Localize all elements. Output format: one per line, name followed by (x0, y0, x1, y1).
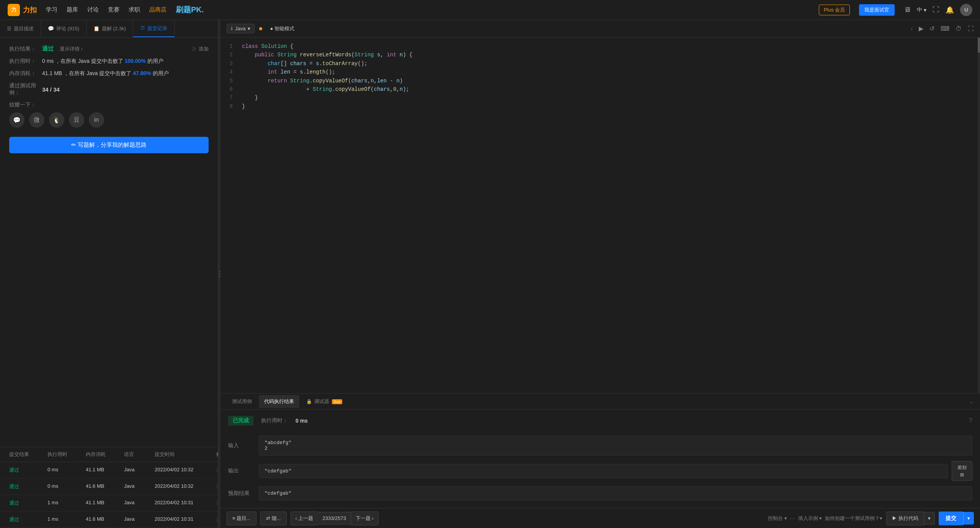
chevron-down-icon: ▾ (248, 26, 250, 31)
terminal-icon[interactable]: ⌨ (941, 25, 949, 32)
bottom-panel: 测试用例 代码执行结果 🔒 调试器 true ⌄ 已完成 执行用时： 0 ms … (220, 393, 980, 508)
logo[interactable]: 力 力扣 (8, 4, 37, 16)
nav-shop[interactable]: 品商店 (149, 6, 167, 13)
share-qq[interactable]: 🐧 (49, 112, 64, 128)
console-button[interactable]: 控制台 ▾ (768, 515, 787, 522)
input-label: 输入 (228, 437, 259, 454)
expand-icon[interactable]: ⛶ (933, 6, 939, 14)
status-row: 已完成 执行用时： 0 ms ? (228, 416, 972, 426)
write-solution-button[interactable]: ✏ 写题解，分享我的解题思路 (9, 137, 209, 153)
screen-icon[interactable]: 🖥 (904, 6, 911, 14)
info-toolbar-icon[interactable]: 𝑖 (911, 25, 913, 32)
code-area[interactable]: 12345678 class Solution { public String … (220, 38, 980, 393)
nav-discuss[interactable]: 讨论 (87, 6, 99, 13)
scrollbar[interactable] (978, 38, 980, 393)
row-date-1: 2022/04/02 10:32 (155, 483, 216, 490)
code-content[interactable]: class Solution { public String reverseLe… (236, 38, 980, 393)
bell-icon[interactable]: 🔔 (946, 6, 954, 14)
nav-jobs[interactable]: 求职 (129, 6, 140, 13)
diff-button[interactable]: 差别 ⊞ (952, 461, 972, 481)
table-row[interactable]: 通过 0 ms 41.6 MB Java 2022/04/02 10:32 ▷ … (0, 479, 218, 495)
submission-table-body: 通过 0 ms 41.1 MB Java 2022/04/02 10:32 ▷ … (0, 462, 218, 528)
tab-test-case[interactable]: 测试用例 (227, 395, 257, 408)
language-selector[interactable]: ℹ Java ▾ (227, 24, 255, 33)
share-icons: 💬 微 🐧 豆 in (9, 112, 209, 128)
next-button[interactable]: 下一题 › (351, 512, 379, 525)
nav-pk[interactable]: 刷题PK. (176, 5, 204, 15)
drag-dot (219, 276, 220, 277)
nav-group: ‹ 上一题 2333/2573 下一题 › (291, 512, 379, 525)
reset-icon[interactable]: ↺ (929, 25, 934, 32)
show-details-btn[interactable]: 显示详情 › (60, 46, 83, 52)
nav-learn[interactable]: 学习 (46, 6, 57, 13)
clock-icon[interactable]: ⏱ (956, 25, 962, 32)
random-button[interactable]: ⇄ 随... (260, 512, 286, 525)
fill-example-button[interactable]: 填入示例 ▾ (798, 515, 822, 522)
console-area: 控制台 ▾ — 填入示例 ▾ 如何创建一个测试用例？▾ (768, 515, 883, 522)
fullscreen-icon[interactable]: ⛶ (968, 25, 974, 32)
tab-submissions[interactable]: ⏱ 提交记录 (133, 20, 175, 37)
run-code-button[interactable]: ▶ 执行代码 (886, 512, 924, 525)
tab-solutions[interactable]: 📋 题解 (2.3k) (87, 20, 133, 37)
interview-button[interactable]: 我是面试官 (859, 4, 895, 16)
share-weibo[interactable]: 微 (29, 112, 44, 128)
top-nav: 力 力扣 学习 题库 讨论 竞赛 求职 品商店 刷题PK. Plus 会员 我是… (0, 0, 980, 20)
result-row: 执行结果： 通过 显示详情 › ▷ 添加 (9, 45, 209, 52)
plus-button[interactable]: Plus 会员 (819, 5, 850, 15)
comments-label: 评论 (915) (56, 25, 79, 32)
user-avatar[interactable]: U (960, 4, 972, 16)
row-time-1: 0 ms (47, 483, 86, 490)
run-code-arrow[interactable]: ▾ (924, 512, 935, 525)
beta-badge: true (332, 399, 342, 404)
nav-problems[interactable]: 题库 (67, 6, 78, 13)
how-to-button[interactable]: 如何创建一个测试用例？▾ (825, 515, 882, 522)
row-time-2: 1 ms (47, 500, 86, 507)
test-cases-label: 通过测试用例： (9, 82, 36, 96)
left-panel: ☰ 题目描述 💬 评论 (915) 📋 题解 (2.3k) ⏱ 提交记录 执行结… (0, 20, 218, 528)
scrollbar-thumb[interactable] (978, 38, 980, 53)
share-wechat[interactable]: 💬 (9, 112, 24, 128)
share-linkedin[interactable]: in (89, 112, 104, 128)
col-result: 提交结果 (9, 451, 47, 458)
nav-contest[interactable]: 竞赛 (108, 6, 119, 13)
submit-button[interactable]: 提交 (939, 512, 963, 525)
row-lang-2: Java (124, 500, 155, 507)
expected-label: 预期结果 (228, 485, 259, 502)
test-cases-row: 通过测试用例： 34 / 34 (9, 82, 209, 96)
tab-comments[interactable]: 💬 评论 (915) (41, 20, 87, 37)
drag-dot (219, 274, 220, 275)
info-icon: ℹ (231, 26, 233, 31)
lang-selector[interactable]: 中 ▾ (917, 7, 926, 13)
share-douban[interactable]: 豆 (69, 112, 84, 128)
table-row[interactable]: 通过 0 ms 41.1 MB Java 2022/04/02 10:32 ▷ … (0, 462, 218, 479)
add-note-btn[interactable]: ▷ 添加 (192, 46, 209, 52)
row-note-1[interactable]: ▷ 添 (216, 483, 218, 490)
row-date-0: 2022/04/02 10:32 (155, 467, 216, 474)
output-row: 输出 "cdefgab" 差别 ⊞ (228, 461, 972, 481)
tab-exec-result[interactable]: 代码执行结果 (259, 395, 299, 408)
output-value: "cdefgab" (259, 464, 948, 478)
row-note-0[interactable]: ▷ 添 (216, 467, 218, 474)
row-note-2[interactable]: ▷ 添 (216, 500, 218, 507)
menu-button[interactable]: ≡ 题目... (227, 512, 256, 525)
submit-arrow-button[interactable]: ▾ (963, 512, 974, 525)
results-content: 已完成 执行用时： 0 ms ? 输入 "abcdefg" 2 输出 "cdef… (220, 410, 980, 508)
prev-button[interactable]: ‹ 上一题 (291, 512, 318, 525)
collapse-icon[interactable]: ⌄ (969, 398, 974, 405)
solutions-label: 题解 (2.3k) (102, 25, 126, 32)
row-note-3[interactable]: ▷ 添 (216, 516, 218, 523)
table-row[interactable]: 通过 1 ms 41.1 MB Java 2022/04/02 10:31 ▷ … (0, 495, 218, 512)
code-editor-header: ℹ Java ▾ ● 智能模式 𝑖 ▶ ↺ ⌨ ⏱ ⛶ (220, 20, 980, 38)
exec-time-value: 0 ms (296, 418, 308, 424)
run-icon[interactable]: ▶ (919, 25, 923, 32)
row-date-3: 2022/04/02 10:31 (155, 516, 216, 523)
table-row[interactable]: 通过 1 ms 41.6 MB Java 2022/04/02 10:31 ▷ … (0, 512, 218, 528)
row-result-1: 通过 (9, 483, 47, 490)
logo-icon: 力 (8, 4, 20, 16)
test-cases-value: 34 / 34 (42, 86, 60, 93)
tab-debugger[interactable]: 🔒 调试器 true (301, 395, 348, 408)
page-count[interactable]: 2333/2573 (318, 512, 350, 525)
row-date-2: 2022/04/02 10:31 (155, 500, 216, 507)
help-icon[interactable]: ? (969, 417, 972, 424)
tab-description[interactable]: ☰ 题目描述 (0, 20, 41, 37)
